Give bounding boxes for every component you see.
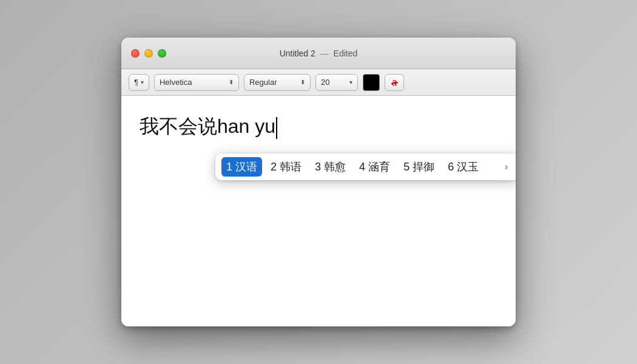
font-style-select[interactable]: Regular ⬍ (244, 74, 311, 91)
font-style-chevron-icon: ⬍ (300, 79, 305, 86)
close-button[interactable] (131, 49, 140, 58)
paragraph-button[interactable]: ¶ ▾ (129, 74, 149, 91)
ime-candidate-2[interactable]: 2 韩语 (266, 157, 306, 177)
ime-candidate-1-index: 1 (226, 161, 232, 173)
window-title: Untitled 2 — Edited (280, 49, 358, 58)
toolbar: ¶ ▾ Helvetica ⬍ Regular ⬍ 20 ▾ a (121, 69, 516, 96)
titlebar: Untitled 2 — Edited (121, 38, 516, 69)
document-content[interactable]: 我不会说han yu 1 汉语 2 韩语 3 韩愈 4 涵育 5 捍御 (121, 96, 516, 326)
ime-candidate-5[interactable]: 5 捍御 (399, 157, 439, 177)
font-size-value: 20 (321, 78, 329, 87)
strikethrough-button[interactable]: a (385, 74, 404, 91)
title-separator: — (320, 49, 329, 58)
text-cursor (276, 117, 277, 139)
text-body: 我不会说han yu (140, 114, 497, 140)
ime-candidate-1-char: 汉语 (235, 161, 257, 173)
ime-candidate-6-index: 6 (448, 161, 454, 173)
ime-expand-button[interactable]: › (500, 159, 513, 175)
ime-expand-icon: › (505, 161, 508, 172)
ime-candidate-5-index: 5 (403, 161, 410, 173)
font-family-select[interactable]: Helvetica ⬍ (154, 74, 239, 91)
ime-candidate-6-char: 汉玉 (457, 161, 479, 173)
minimize-button[interactable] (144, 49, 153, 58)
text-color-swatch[interactable] (363, 74, 380, 91)
traffic-lights (131, 49, 166, 58)
ime-candidate-2-index: 2 (271, 161, 277, 173)
app-window: Untitled 2 — Edited ¶ ▾ Helvetica ⬍ Regu… (121, 38, 516, 326)
paragraph-icon: ¶ (134, 78, 138, 87)
ime-candidate-3-char: 韩愈 (324, 161, 346, 173)
strikethrough-icon: a (392, 77, 397, 88)
ime-candidate-1[interactable]: 1 汉语 (221, 157, 262, 177)
font-size-select[interactable]: 20 ▾ (315, 74, 358, 91)
edited-label: Edited (334, 49, 358, 58)
ime-candidate-popup[interactable]: 1 汉语 2 韩语 3 韩愈 4 涵育 5 捍御 6 汉玉 (215, 153, 516, 180)
ime-candidate-3-index: 3 (315, 161, 321, 173)
text-display: 我不会说han yu (140, 115, 275, 137)
ime-candidate-4[interactable]: 4 涵育 (354, 157, 395, 177)
ime-candidate-5-char: 捍御 (413, 161, 434, 173)
ime-candidate-4-char: 涵育 (368, 161, 390, 173)
font-family-chevron-icon: ⬍ (229, 79, 234, 86)
maximize-button[interactable] (158, 49, 166, 58)
ime-candidate-2-char: 韩语 (280, 161, 302, 173)
ime-candidate-3[interactable]: 3 韩愈 (310, 157, 351, 177)
font-family-value: Helvetica (160, 78, 192, 87)
paragraph-chevron-icon: ▾ (141, 79, 144, 86)
font-size-chevron-icon: ▾ (349, 79, 352, 86)
ime-candidate-6[interactable]: 6 汉玉 (443, 157, 484, 177)
font-style-value: Regular (249, 78, 277, 87)
ime-candidate-4-index: 4 (359, 161, 365, 173)
document-title: Untitled 2 (280, 49, 315, 58)
